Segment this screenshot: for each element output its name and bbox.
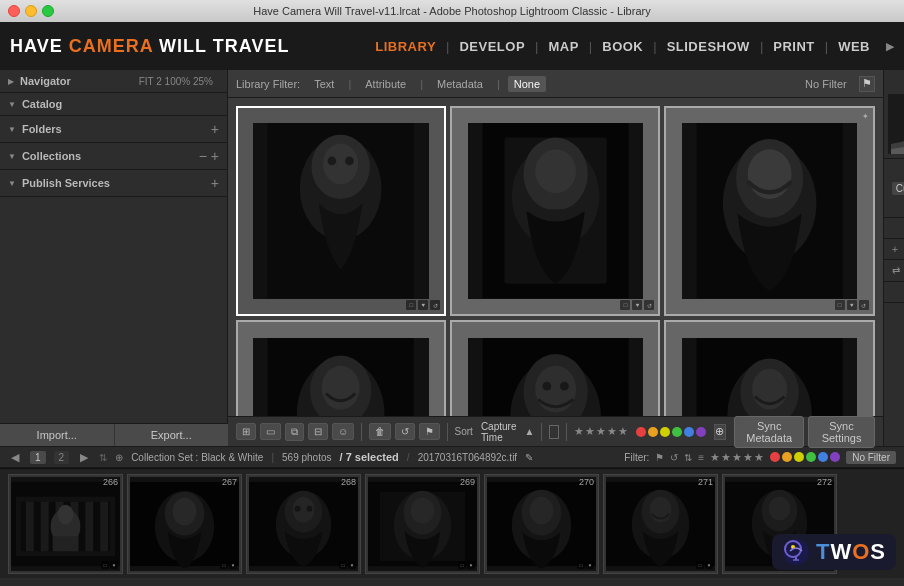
- color-purple[interactable]: [696, 427, 706, 437]
- filter-none-btn[interactable]: None: [508, 76, 546, 92]
- filmstrip-cell-267[interactable]: 267 □♥: [127, 474, 242, 574]
- status-nav-next[interactable]: ▶: [77, 451, 91, 464]
- collections-header[interactable]: ▼ Collections − +: [0, 143, 227, 169]
- compare-view-btn[interactable]: ⧉: [285, 423, 304, 441]
- color-red[interactable]: [636, 427, 646, 437]
- photo-cell-6[interactable]: □♥↺: [664, 320, 874, 416]
- minimize-button[interactable]: [25, 5, 37, 17]
- filter-orange[interactable]: [782, 452, 792, 462]
- navigator-header[interactable]: ▶ Navigator FIT 2 100% 25%: [0, 70, 227, 92]
- filter-star-1[interactable]: ★: [710, 451, 720, 464]
- collections-add[interactable]: +: [211, 148, 219, 164]
- keywording-header[interactable]: Keywording ◀: [884, 218, 904, 238]
- close-button[interactable]: [8, 5, 20, 17]
- star-1[interactable]: ★: [574, 425, 584, 438]
- twos-t: T: [816, 539, 830, 564]
- photo-cell-1[interactable]: □♥↺: [236, 106, 446, 316]
- folders-section: ▼ Folders +: [0, 116, 227, 143]
- filter-star-2[interactable]: ★: [721, 451, 731, 464]
- comments-header[interactable]: Comments ◀: [884, 282, 904, 302]
- catalog-header[interactable]: ▼ Catalog: [0, 93, 227, 115]
- nav-slideshow[interactable]: SLIDESHOW: [657, 35, 760, 58]
- filter-flag-btn[interactable]: ⚑: [859, 76, 875, 92]
- grid-view-btn[interactable]: ⊞: [236, 423, 256, 440]
- filter-yellow[interactable]: [794, 452, 804, 462]
- photo-cell-5[interactable]: □♥↺: [450, 320, 660, 416]
- filter-star-4[interactable]: ★: [743, 451, 753, 464]
- star-5[interactable]: ★: [618, 425, 628, 438]
- color-orange[interactable]: [648, 427, 658, 437]
- folders-header[interactable]: ▼ Folders +: [0, 116, 227, 142]
- sync-icon[interactable]: ⇄: [892, 265, 900, 276]
- collections-remove[interactable]: −: [199, 148, 207, 164]
- filter-star-5[interactable]: ★: [754, 451, 764, 464]
- folders-add[interactable]: +: [211, 121, 219, 137]
- flag-btn[interactable]: ⚑: [419, 423, 440, 440]
- publish-add[interactable]: +: [211, 175, 219, 191]
- photo-cell-4[interactable]: □♥↺: [236, 320, 446, 416]
- filter-bar: Library Filter: Text | Attribute | Metad…: [228, 70, 883, 98]
- nav-more[interactable]: ▶: [886, 40, 894, 53]
- delete-btn[interactable]: 🗑: [369, 423, 391, 440]
- filter-text-btn[interactable]: Text: [308, 76, 340, 92]
- filmstrip-cell-271[interactable]: 271 □♥: [603, 474, 718, 574]
- filmstrip-cell-269[interactable]: 269 □♥: [365, 474, 480, 574]
- filter-more[interactable]: ≡: [698, 452, 704, 463]
- nav-library[interactable]: LIBRARY: [365, 35, 446, 58]
- filter-metadata-btn[interactable]: Metadata: [431, 76, 489, 92]
- star-2[interactable]: ★: [585, 425, 595, 438]
- people-view-btn[interactable]: ☺: [332, 423, 354, 440]
- filter-flag[interactable]: ⚑: [655, 452, 664, 463]
- sync-settings-btn[interactable]: Sync Settings: [808, 416, 874, 448]
- photo-cell-2[interactable]: □♥↺: [450, 106, 660, 316]
- publish-header[interactable]: ▼ Publish Services +: [0, 170, 227, 196]
- import-button[interactable]: Import...: [0, 424, 115, 446]
- filter-green[interactable]: [806, 452, 816, 462]
- filter-blue[interactable]: [818, 452, 828, 462]
- page-2-btn[interactable]: 2: [54, 451, 70, 464]
- survey-view-btn[interactable]: ⊟: [308, 423, 328, 440]
- nav-web[interactable]: WEB: [828, 35, 880, 58]
- photo-grid: □♥↺ □♥↺: [228, 98, 883, 416]
- preset-value[interactable]: Custom: [892, 182, 904, 195]
- loupe-view-btn[interactable]: ▭: [260, 423, 281, 440]
- maximize-button[interactable]: [42, 5, 54, 17]
- quick-develop-header[interactable]: Quick Develop ◀: [884, 159, 904, 179]
- no-filter-badge[interactable]: No Filter: [846, 451, 896, 464]
- nav-book[interactable]: BOOK: [592, 35, 653, 58]
- metadata-header[interactable]: ⇄ David's Default ▾ Metadata ◀: [884, 260, 904, 281]
- color-yellow[interactable]: [660, 427, 670, 437]
- star-4[interactable]: ★: [607, 425, 617, 438]
- keyword-list-header[interactable]: + Keyword List ◀: [884, 239, 904, 259]
- export-button[interactable]: Export...: [115, 424, 229, 446]
- publish-arrow: ▼: [8, 179, 16, 188]
- filter-purple[interactable]: [830, 452, 840, 462]
- nav-print[interactable]: PRINT: [763, 35, 825, 58]
- filter-star-3[interactable]: ★: [732, 451, 742, 464]
- color-green[interactable]: [672, 427, 682, 437]
- nav-map[interactable]: MAP: [538, 35, 588, 58]
- nav-develop[interactable]: DEVELOP: [449, 35, 535, 58]
- expand-icon[interactable]: ⊕: [115, 452, 123, 463]
- sort-icons: ⇅: [99, 452, 107, 463]
- filmstrip-cell-268[interactable]: 268 □♥: [246, 474, 361, 574]
- filmstrip-cell-266[interactable]: 266 □♥: [8, 474, 123, 574]
- filter-sort[interactable]: ⇅: [684, 452, 692, 463]
- filter-red[interactable]: [770, 452, 780, 462]
- sort-dir-icon[interactable]: ▲: [524, 426, 534, 437]
- rotate-btn[interactable]: ↺: [395, 423, 415, 440]
- color-marker[interactable]: [549, 425, 559, 439]
- sort-value[interactable]: Capture Time: [481, 421, 521, 443]
- sync-metadata-btn[interactable]: Sync Metadata: [734, 416, 804, 448]
- filter-attribute-btn[interactable]: Attribute: [359, 76, 412, 92]
- filmstrip-cell-270[interactable]: 270 □♥: [484, 474, 599, 574]
- filter-rotate[interactable]: ↺: [670, 452, 678, 463]
- color-blue[interactable]: [684, 427, 694, 437]
- status-nav-prev[interactable]: ◀: [8, 451, 22, 464]
- star-3[interactable]: ★: [596, 425, 606, 438]
- extras-btn[interactable]: ⊕: [714, 424, 727, 440]
- keyword-list-add[interactable]: +: [892, 243, 898, 255]
- page-1-btn[interactable]: 1: [30, 451, 46, 464]
- photo-cell-3[interactable]: ✦ □♥↺: [664, 106, 874, 316]
- histogram-header[interactable]: Histogram ◀: [884, 70, 904, 90]
